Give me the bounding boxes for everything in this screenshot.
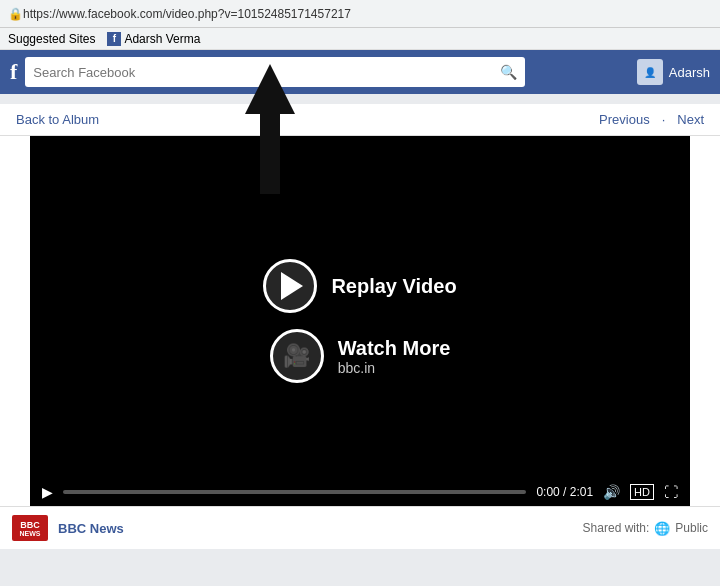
browser-address-bar[interactable]: 🔒 https://www.facebook.com/video.php?v=1…	[0, 0, 720, 28]
play-button[interactable]: ▶	[42, 484, 53, 500]
bookmark-label: Adarsh Verma	[124, 32, 200, 46]
watch-label: Watch More	[338, 337, 451, 360]
fullscreen-icon[interactable]: ⛶	[664, 484, 678, 500]
search-icon: 🔍	[500, 64, 517, 80]
replay-circle[interactable]	[263, 259, 317, 313]
watch-circle[interactable]: 🎥	[270, 329, 324, 383]
bbc-text: BBC	[20, 520, 40, 530]
replay-label-container: Replay Video	[331, 275, 456, 298]
bookmarks-bar: Suggested Sites f Adarsh Verma	[0, 28, 720, 50]
time-display: 0:00 / 2:01	[536, 485, 593, 499]
lock-icon: 🔒	[8, 7, 23, 21]
avatar[interactable]: 👤	[637, 59, 663, 85]
visibility-label: Public	[675, 521, 708, 535]
post-source[interactable]: BBC News	[58, 521, 124, 536]
post-info-bar: BBC NEWS BBC News Shared with: 🌐 Public	[0, 506, 720, 549]
camera-icon: 🎥	[283, 343, 310, 369]
bookmark-adarsh[interactable]: f Adarsh Verma	[107, 32, 200, 46]
svg-marker-0	[245, 64, 295, 194]
globe-icon: 🌐	[654, 521, 670, 536]
facebook-header: f 🔍 👤 Adarsh	[0, 50, 720, 94]
watch-label-container: Watch More bbc.in	[338, 337, 451, 376]
facebook-bookmark-icon: f	[107, 32, 121, 46]
play-icon	[281, 272, 303, 300]
user-name: Adarsh	[669, 65, 710, 80]
replay-button[interactable]: Replay Video	[263, 259, 456, 313]
replay-label: Replay Video	[331, 275, 456, 298]
progress-bar[interactable]	[63, 490, 526, 494]
watch-more-button[interactable]: 🎥 Watch More bbc.in	[270, 329, 451, 383]
video-controls: ▶ 0:00 / 2:01 🔊 HD ⛶	[30, 478, 690, 506]
volume-icon[interactable]: 🔊	[603, 484, 620, 500]
bookmark-suggested[interactable]: Suggested Sites	[8, 32, 95, 46]
nav-separator: ·	[662, 112, 666, 127]
video-player[interactable]: Replay Video 🎥 Watch More bbc.in ▶ 0:00 …	[30, 136, 690, 506]
facebook-logo[interactable]: f	[10, 59, 17, 85]
browser-url: https://www.facebook.com/video.php?v=101…	[23, 7, 351, 21]
bbc-logo: BBC NEWS	[12, 515, 48, 541]
post-visibility: Shared with: 🌐 Public	[583, 521, 708, 536]
bbc-news-text: NEWS	[20, 530, 41, 537]
next-link[interactable]: Next	[677, 112, 704, 127]
bookmark-label: Suggested Sites	[8, 32, 95, 46]
header-right: 👤 Adarsh	[637, 59, 710, 85]
previous-link[interactable]: Previous	[599, 112, 650, 127]
quality-label[interactable]: HD	[630, 484, 654, 500]
shared-label: Shared with:	[583, 521, 650, 535]
arrow-overlay	[230, 64, 310, 194]
watch-sublabel: bbc.in	[338, 360, 451, 376]
nav-bar: Back to Album Previous · Next	[0, 104, 720, 136]
back-to-album-link[interactable]: Back to Album	[16, 112, 99, 127]
